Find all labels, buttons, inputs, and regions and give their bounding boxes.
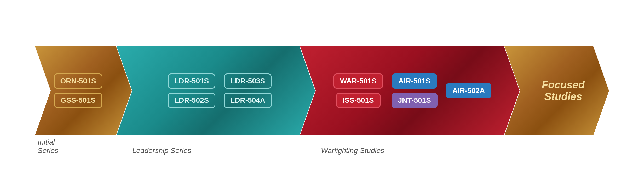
badge-ldr501s: LDR-501S (168, 73, 215, 89)
badge-gss501s: GSS-501S (54, 93, 102, 108)
focused-studies-arrow: Focused Studies (504, 46, 609, 135)
badge-ldr502s: LDR-502S (168, 93, 215, 108)
warfighting-studies-arrow: WAR-501S ISS-501S AIR-501S JNT-501S AIR-… (300, 46, 520, 135)
diagram-container: ORN-501S GSS-501S Initial Series LDR-501… (11, 12, 633, 159)
badge-air502a: AIR-502A (446, 83, 491, 98)
leadership-badges: LDR-501S LDR-502S LDR-503S LDR-504A (166, 71, 274, 110)
leadership-series-segment: LDR-501S LDR-502S LDR-503S LDR-504A Lead… (117, 46, 315, 135)
badge-ldr504a: LDR-504A (224, 93, 272, 108)
initial-series-segment: ORN-501S GSS-501S Initial Series (35, 46, 132, 135)
warfighting-studies-segment: WAR-501S ISS-501S AIR-501S JNT-501S AIR-… (300, 46, 520, 135)
warfighting-badges: WAR-501S ISS-501S AIR-501S JNT-501S AIR-… (331, 71, 494, 110)
initial-series-label: Initial Series (38, 138, 58, 155)
focused-studies-text: Focused Studies (526, 79, 593, 102)
badge-ldr503s: LDR-503S (224, 73, 272, 89)
focused-studies-segment: Focused Studies (504, 46, 609, 135)
badge-war501s: WAR-501S (334, 73, 383, 89)
badge-air501s: AIR-501S (392, 73, 437, 89)
arrows-wrapper: ORN-501S GSS-501S Initial Series LDR-501… (35, 46, 609, 135)
initial-series-arrow: ORN-501S GSS-501S (35, 46, 132, 135)
leadership-series-label: Leadership Series (132, 146, 191, 155)
badge-orn501s: ORN-501S (54, 73, 103, 89)
badge-iss501s: ISS-501S (336, 93, 381, 108)
leadership-series-arrow: LDR-501S LDR-502S LDR-503S LDR-504A (117, 46, 315, 135)
warfighting-studies-label: Warfighting Studies (321, 146, 384, 155)
badge-jnt501s: JNT-501S (392, 93, 438, 108)
initial-series-badges: ORN-501S GSS-501S (52, 71, 105, 110)
